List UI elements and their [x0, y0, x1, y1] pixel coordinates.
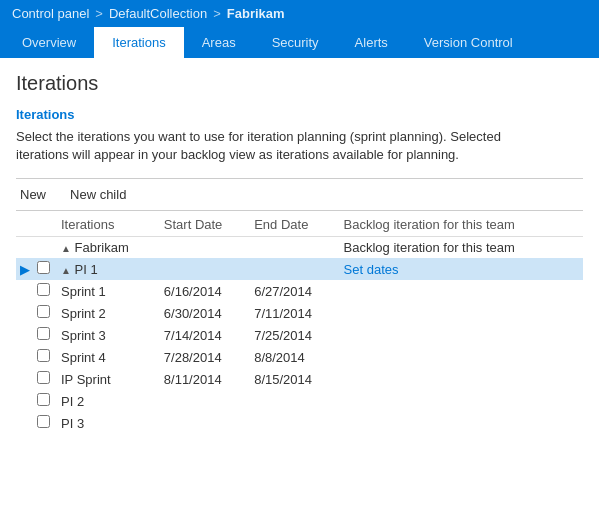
pi3-start-cell: [160, 412, 250, 434]
sprint3-start-cell: 7/14/2014: [160, 324, 250, 346]
sprint1-checkbox[interactable]: [37, 283, 50, 296]
sprint1-arrow-cell: [16, 280, 33, 302]
tab-version-control[interactable]: Version Control: [406, 27, 531, 58]
pi1-checkbox[interactable]: [37, 261, 50, 274]
new-child-button[interactable]: New child: [66, 185, 130, 204]
table-row: Sprint 3 7/14/2014 7/25/2014: [16, 324, 583, 346]
col-start-date-header: Start Date: [160, 211, 250, 237]
fabrikam-check-cell: [33, 237, 57, 259]
ipsprint-extra-cell: [340, 368, 583, 390]
table-row: PI 2: [16, 390, 583, 412]
sprint4-label-cell: Sprint 4: [57, 346, 160, 368]
pi3-arrow-cell: [16, 412, 33, 434]
sprint1-end-cell: 6/27/2014: [250, 280, 339, 302]
table-header-row: Iterations Start Date End Date Backlog i…: [16, 211, 583, 237]
sprint2-end-cell: 7/11/2014: [250, 302, 339, 324]
pi2-label-cell: PI 2: [57, 390, 160, 412]
table-row: Sprint 2 6/30/2014 7/11/2014: [16, 302, 583, 324]
pi1-expand-icon[interactable]: ▲: [61, 265, 71, 276]
sprint3-end-cell: 7/25/2014: [250, 324, 339, 346]
sprint2-label-cell: Sprint 2: [57, 302, 160, 324]
breadcrumb-part1[interactable]: Control panel: [12, 6, 89, 21]
sprint3-arrow-cell: [16, 324, 33, 346]
pi1-label: PI 1: [75, 262, 98, 277]
pi1-arrow-icon: ▶: [20, 263, 29, 277]
pi2-extra-cell: [340, 390, 583, 412]
sprint2-arrow-cell: [16, 302, 33, 324]
sprint4-checkbox[interactable]: [37, 349, 50, 362]
sprint1-check-cell[interactable]: [33, 280, 57, 302]
col-end-date-header: End Date: [250, 211, 339, 237]
breadcrumb: Control panel > DefaultCollection > Fabr…: [0, 0, 599, 27]
set-dates-link[interactable]: Set dates: [344, 262, 399, 277]
main-content: Iterations Iterations Select the iterati…: [0, 58, 599, 448]
col-check: [33, 211, 57, 237]
pi3-extra-cell: [340, 412, 583, 434]
fabrikam-arrow-cell: [16, 237, 33, 259]
tab-iterations[interactable]: Iterations: [94, 27, 183, 58]
sprint3-extra-cell: [340, 324, 583, 346]
ipsprint-start-cell: 8/11/2014: [160, 368, 250, 390]
sprint3-checkbox[interactable]: [37, 327, 50, 340]
sprint1-label-cell: Sprint 1: [57, 280, 160, 302]
new-button[interactable]: New: [16, 185, 50, 204]
description-line2: iterations will appear in your backlog v…: [16, 147, 459, 162]
pi2-arrow-cell: [16, 390, 33, 412]
col-iterations-header: Iterations: [57, 211, 160, 237]
sprint2-start-cell: 6/30/2014: [160, 302, 250, 324]
ipsprint-end-cell: 8/15/2014: [250, 368, 339, 390]
table-row: PI 3: [16, 412, 583, 434]
sprint3-check-cell[interactable]: [33, 324, 57, 346]
pi2-checkbox[interactable]: [37, 393, 50, 406]
pi3-end-cell: [250, 412, 339, 434]
tab-bar: Overview Iterations Areas Security Alert…: [0, 27, 599, 58]
pi2-start-cell: [160, 390, 250, 412]
table-row: ▶ ▲ PI 1 Set dates: [16, 258, 583, 280]
sprint2-checkbox[interactable]: [37, 305, 50, 318]
fabrikam-row: ▲ Fabrikam Backlog iteration for this te…: [16, 237, 583, 259]
fabrikam-label: Fabrikam: [75, 240, 129, 255]
tab-security[interactable]: Security: [254, 27, 337, 58]
sprint4-end-cell: 8/8/2014: [250, 346, 339, 368]
sprint3-label-cell: Sprint 3: [57, 324, 160, 346]
pi3-check-cell[interactable]: [33, 412, 57, 434]
fabrikam-expand-icon[interactable]: ▲: [61, 243, 71, 254]
tab-overview[interactable]: Overview: [4, 27, 94, 58]
pi1-arrow-cell: ▶: [16, 258, 33, 280]
table-row: IP Sprint 8/11/2014 8/15/2014: [16, 368, 583, 390]
sprint2-check-cell[interactable]: [33, 302, 57, 324]
pi1-setdates-cell: Set dates: [340, 258, 583, 280]
sprint1-start-cell: 6/16/2014: [160, 280, 250, 302]
fabrikam-start-cell: [160, 237, 250, 259]
sprint1-extra-cell: [340, 280, 583, 302]
backlog-label: Backlog iteration for this team: [340, 237, 583, 259]
pi2-check-cell[interactable]: [33, 390, 57, 412]
page-title: Iterations: [16, 72, 583, 95]
breadcrumb-part2[interactable]: DefaultCollection: [109, 6, 207, 21]
sprint4-extra-cell: [340, 346, 583, 368]
ipsprint-check-cell[interactable]: [33, 368, 57, 390]
pi1-check-cell[interactable]: [33, 258, 57, 280]
col-backlog-header: Backlog iteration for this team: [340, 211, 583, 237]
breadcrumb-sep1: >: [95, 6, 103, 21]
sprint2-extra-cell: [340, 302, 583, 324]
sprint4-start-cell: 7/28/2014: [160, 346, 250, 368]
iterations-table: Iterations Start Date End Date Backlog i…: [16, 211, 583, 434]
pi3-label-cell: PI 3: [57, 412, 160, 434]
breadcrumb-sep2: >: [213, 6, 221, 21]
pi1-start-cell: [160, 258, 250, 280]
description: Select the iterations you want to use fo…: [16, 128, 583, 164]
section-title: Iterations: [16, 107, 583, 122]
col-arrow: [16, 211, 33, 237]
table-row: Sprint 1 6/16/2014 6/27/2014: [16, 280, 583, 302]
pi3-checkbox[interactable]: [37, 415, 50, 428]
tab-alerts[interactable]: Alerts: [337, 27, 406, 58]
pi1-end-cell: [250, 258, 339, 280]
sprint4-check-cell[interactable]: [33, 346, 57, 368]
tab-areas[interactable]: Areas: [184, 27, 254, 58]
pi2-end-cell: [250, 390, 339, 412]
ipsprint-checkbox[interactable]: [37, 371, 50, 384]
breadcrumb-current: Fabrikam: [227, 6, 285, 21]
table-row: Sprint 4 7/28/2014 8/8/2014: [16, 346, 583, 368]
fabrikam-end-cell: [250, 237, 339, 259]
